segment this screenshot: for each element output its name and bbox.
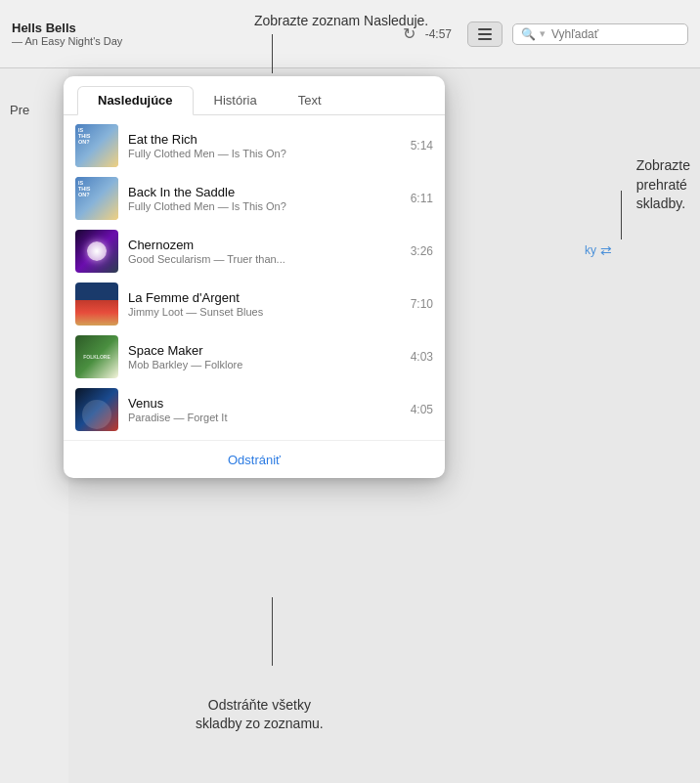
- track-thumb-5: [75, 388, 118, 431]
- track-info-0: Eat the Rich Fully Clothed Men — Is This…: [128, 132, 401, 159]
- tab-text[interactable]: Text: [278, 86, 342, 114]
- track-item[interactable]: ISTHISON? Eat the Rich Fully Clothed Men…: [64, 119, 445, 172]
- track-thumb-4: FOLKLORE: [75, 335, 118, 378]
- track-duration-0: 5:14: [411, 139, 433, 152]
- tab-nasledujuce[interactable]: Nasledujúce: [77, 86, 194, 115]
- track-info-1: Back In the Saddle Fully Clothed Men — I…: [128, 185, 401, 212]
- time-remaining: -4:57: [425, 27, 452, 41]
- tab-historia[interactable]: História: [194, 86, 278, 114]
- top-bar: Hells Bells — An Easy Night's Day ↻ -4:5…: [0, 0, 700, 68]
- track-info-3: La Femme d'Argent Jimmy Loot — Sunset Bl…: [128, 290, 401, 318]
- track-title: Back In the Saddle: [128, 185, 401, 199]
- track-thumb-0: ISTHISON?: [75, 124, 118, 167]
- remove-all-link[interactable]: Odstrániť: [228, 453, 281, 467]
- track-subtitle: Paradise — Forget It: [128, 412, 401, 423]
- track-info-2: Chernozem Good Secularism — Truer than..…: [128, 238, 401, 265]
- track-item[interactable]: Chernozem Good Secularism — Truer than..…: [64, 225, 445, 278]
- shuffle-icon[interactable]: ⇄: [600, 242, 612, 258]
- shuffle-label: ky: [585, 243, 596, 257]
- track-title: La Femme d'Argent: [128, 290, 401, 305]
- sidebar-pre-label: Pre: [10, 103, 29, 117]
- track-list: ISTHISON? Eat the Rich Fully Clothed Men…: [64, 115, 445, 440]
- track-thumb-2: [75, 230, 118, 273]
- annotation-bottom: Odstráňte všetky skladby zo zoznamu.: [196, 696, 324, 734]
- track-duration-3: 7:10: [411, 297, 433, 311]
- track-thumb-3: [75, 283, 118, 326]
- track-duration-5: 4:05: [411, 403, 433, 416]
- annotation-top: Zobrazte zoznam Nasleduje.: [254, 12, 428, 31]
- track-info-5: Venus Paradise — Forget It: [128, 396, 401, 423]
- track-subtitle: Jimmy Loot — Sunset Blues: [128, 306, 401, 318]
- track-title: Space Maker: [128, 343, 401, 358]
- track-thumb-1: ISTHISON?: [75, 177, 118, 220]
- track-title: Eat the Rich: [128, 132, 401, 147]
- annotation-line-top: [272, 34, 273, 73]
- remove-button-area: Odstrániť: [64, 440, 445, 478]
- shuffle-area: ky ⇄: [585, 242, 612, 258]
- track-subtitle: Fully Clothed Men — Is This On?: [128, 200, 401, 212]
- search-icon: 🔍: [521, 27, 536, 41]
- track-item[interactable]: ISTHISON? Back In the Saddle Fully Cloth…: [64, 172, 445, 225]
- annotation-right: Zobrazte prehraté skladby.: [636, 156, 690, 214]
- track-item[interactable]: FOLKLORE Space Maker Mob Barkley — Folkl…: [64, 330, 445, 383]
- track-subtitle: Good Secularism — Truer than...: [128, 253, 401, 265]
- sidebar: [0, 68, 68, 783]
- search-input[interactable]: [551, 27, 679, 41]
- track-subtitle: Mob Barkley — Folklore: [128, 359, 401, 370]
- track-duration-4: 4:03: [411, 350, 433, 364]
- track-subtitle: Fully Clothed Men — Is This On?: [128, 148, 401, 159]
- tabs-container: Nasledujúce História Text: [64, 76, 445, 115]
- annotation-line-bottom: [272, 597, 273, 666]
- track-duration-2: 3:26: [411, 244, 433, 258]
- now-playing-album: — An Easy Night's Day: [12, 35, 403, 47]
- queue-button[interactable]: [467, 22, 503, 47]
- track-item[interactable]: Venus Paradise — Forget It 4:05: [64, 383, 445, 436]
- track-title: Venus: [128, 396, 401, 411]
- track-item[interactable]: La Femme d'Argent Jimmy Loot — Sunset Bl…: [64, 278, 445, 330]
- queue-lines-icon: [478, 28, 492, 40]
- annotation-line-right: [621, 191, 622, 239]
- track-info-4: Space Maker Mob Barkley — Folklore: [128, 343, 401, 370]
- popup-panel: Nasledujúce História Text ISTHISON? Eat …: [64, 76, 445, 478]
- search-dropdown: ▾: [540, 27, 546, 40]
- search-bar[interactable]: 🔍 ▾: [512, 23, 688, 45]
- track-duration-1: 6:11: [411, 192, 433, 205]
- track-title: Chernozem: [128, 238, 401, 252]
